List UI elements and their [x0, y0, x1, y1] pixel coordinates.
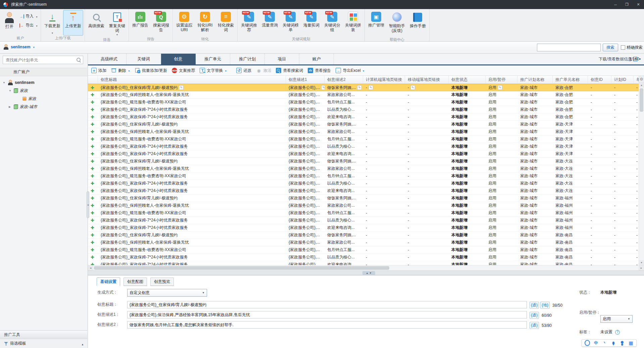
add-row-icon[interactable]: ✚ [91, 166, 94, 171]
filter-template-item[interactable]: 筛选模板 ▲ [0, 339, 87, 348]
table-row[interactable]: ✚ {家政服务公司}_保姆照顾老人-住家保姆-退换无忧 {家政服务公司},...… [88, 202, 639, 209]
toolbar-button[interactable]: 文字替换 [200, 68, 227, 73]
toolbar-button[interactable]: 查看报告 [308, 68, 331, 73]
scroll-down-arrow[interactable]: ▼ [639, 260, 644, 265]
add-row-icon[interactable]: ✚ [91, 255, 94, 259]
toolbar-button[interactable]: 激活 [256, 68, 271, 73]
add-row-icon[interactable]: ✚ [91, 130, 94, 134]
table-row[interactable]: ✚ {家政服务公司}_规范服务-收费透明-XX家政公司 {家政服务公司},...… [88, 136, 639, 143]
edit-icon[interactable] [368, 85, 373, 90]
add-row-icon[interactable]: ✚ [91, 189, 94, 193]
expander-icon[interactable]: ▶ [9, 105, 12, 108]
table-row[interactable]: ✚ {家政服务公司}_规范服务-收费透明-XX家政公司 {家政服务公司},...… [88, 246, 639, 254]
ribbon-button[interactable]: 智能助手(反馈) [387, 10, 407, 37]
add-row-icon[interactable]: ✚ [91, 152, 94, 156]
close-button[interactable]: ✕ [633, 0, 644, 9]
object-tab[interactable]: 推广计划 [230, 54, 265, 64]
add-row-icon[interactable]: ✚ [91, 262, 94, 265]
table-row[interactable]: ✚ {家政服务公司}_住家保姆/育儿嫂/-极速预约 {家政服务公司},... 做… [88, 195, 639, 202]
add-row-icon[interactable]: ✚ [91, 115, 94, 119]
column-header[interactable]: 计算机端落地页链接 [363, 76, 405, 84]
expander-icon[interactable]: ▼ [3, 81, 6, 84]
table-row[interactable]: ✚ {家政服务公司}_保姆照顾老人-住家保姆-退换无忧 {家政服务公司},...… [88, 128, 639, 136]
toolbar-button[interactable]: 删除 [111, 68, 130, 73]
add-row-icon[interactable]: ✚ [91, 174, 94, 178]
column-settings-gear-icon[interactable]: ⚙ [639, 76, 644, 83]
column-header[interactable]: 创意描述1 [286, 76, 325, 84]
promotion-tools-header[interactable]: 推广工具 [0, 330, 87, 339]
table-row[interactable]: ✚ {家政服务公司}_家政保姆-7*24小时优质家政服务 {家政服务公司},..… [88, 254, 639, 261]
scrollbar-thumb[interactable] [94, 266, 389, 270]
add-row-icon[interactable]: ✚ [91, 107, 94, 112]
table-row[interactable]: ✚ {家政服务公司}_家政保姆-7*24小时优质家政服务 {家政服务公司},..… [88, 106, 639, 113]
edit-icon[interactable] [179, 85, 184, 90]
scrollbar-thumb[interactable] [640, 88, 643, 112]
ime-icon[interactable] [611, 340, 616, 346]
object-tab[interactable]: 关键词 [127, 54, 161, 64]
table-row[interactable]: ✚ {家政服务公司}_规范服务-收费透明-XX家政公司 {家政服务公司},...… [88, 172, 639, 180]
table-row[interactable]: ✚ {家政服务公司}_家政保姆-7*24小时优质家政服务 {家政服务公司},..… [88, 217, 639, 224]
table-row[interactable]: ✚ {家政服务公司}_住家保姆/育儿嫂/-极速预约 {家政服务公司},... 做… [88, 121, 639, 128]
table-row[interactable]: ✚ {家政服务公司}_规范服务-收费透明-XX家政公司 {家政服务公司},...… [88, 99, 639, 106]
table-row[interactable]: ✚ {家政服务公司}_家政保姆-7*24小时优质家政服务 {家政服务公司},..… [88, 261, 639, 265]
table-row[interactable]: ✚ {家政服务公司}_家政保姆-7*24小时优质家政服务 {家政服务公司},..… [88, 143, 639, 150]
ribbon-button[interactable]: 转化URI解析 [195, 10, 215, 37]
add-row-icon[interactable]: ✚ [91, 196, 94, 200]
ribbon-button[interactable]: 设置追踪URI [174, 10, 194, 37]
gen-mode-dropdown[interactable]: 自定义创意▼ [127, 289, 207, 297]
column-header[interactable]: 创意ID [588, 76, 611, 84]
ribbon-button[interactable]: 推广管理 [366, 10, 386, 37]
add-row-icon[interactable]: ✚ [91, 137, 94, 141]
horizontal-scrollbar[interactable]: ◄ ► [88, 265, 644, 270]
export-button[interactable]: 导出 [18, 22, 39, 29]
toolbar-button[interactable]: NEW 文案推荐 [172, 68, 195, 73]
column-header[interactable]: 计划ID [611, 76, 634, 84]
global-search-input[interactable] [537, 44, 601, 51]
ribbon-button[interactable]: NEW 海量拓词 [301, 10, 321, 37]
maximize-button[interactable]: ❐ [621, 0, 633, 9]
detail-tab[interactable]: 创意配图 [123, 278, 147, 286]
splitter-toggle-button[interactable]: ▲▼ [362, 271, 375, 275]
add-row-icon[interactable]: ✚ [91, 86, 94, 90]
expander-icon[interactable]: ▼ [9, 89, 12, 92]
region-wildcard-button[interactable]: {地} [540, 302, 550, 309]
ribbon-button[interactable]: NEW 关键词分组 [322, 10, 342, 37]
ime-icon[interactable] [620, 340, 625, 346]
panel-splitter[interactable]: ▲▼ [88, 270, 644, 275]
toolbar-button[interactable]: 查看搜索词 [276, 68, 303, 73]
vertical-scrollbar[interactable]: ⚙ ▲ ▼ [639, 76, 644, 265]
import-button[interactable]: 导入 [18, 13, 39, 20]
ribbon-button[interactable]: 关键词拼装 [343, 10, 363, 37]
wildcard-button[interactable]: {通} [530, 322, 539, 329]
table-row[interactable]: ✚ {家政服务公司}_家政保姆-7*24小时优质家政服务 {家政服务公司},..… [88, 113, 639, 121]
column-header[interactable]: 推广单元名称 [553, 76, 588, 84]
add-row-icon[interactable]: ✚ [91, 144, 94, 149]
table-row[interactable]: ✚ {家政服务公司}_家政保姆-7*24小时优质家政服务 {家政服务公司},..… [88, 150, 639, 158]
toolbar-button[interactable]: 添加 [91, 68, 106, 73]
table-row[interactable]: ✚ {家政服务公司}_住家保姆/育儿嫂/-极速预约 {家政服务公司},... 做… [88, 232, 639, 239]
creative-title-input[interactable] [127, 301, 527, 308]
add-row-icon[interactable]: ✚ [91, 233, 94, 237]
edit-icon[interactable] [321, 85, 325, 90]
add-row-icon[interactable]: ✚ [91, 240, 94, 245]
table-row[interactable]: ✚ {家政服务公司}_家政保姆-7*24小时优质家政服务 {家政服务公司},..… [88, 224, 639, 232]
table-row[interactable]: ✚ {家政服务公司}_保姆照顾老人-住家保姆-退换无忧 {家政服务公司},...… [88, 165, 639, 172]
column-header[interactable]: 启用/暂停 [486, 76, 517, 84]
ime-icon[interactable] [585, 340, 590, 346]
ime-icon[interactable] [628, 340, 634, 346]
add-row-icon[interactable]: ✚ [91, 211, 94, 215]
sidebar-splitter[interactable]: ◄ [87, 191, 89, 218]
add-row-icon[interactable]: ✚ [91, 218, 94, 222]
account-switcher[interactable]: senlinsem [3, 44, 35, 50]
precise-search-checkbox[interactable] [621, 45, 625, 50]
column-header[interactable]: 推广计划名称 [517, 76, 553, 84]
table-row[interactable]: ✚ {家政服务公司}_家政保姆-7*24小时优质家政服务 {家政服务公司},..… [88, 187, 639, 195]
add-row-icon[interactable]: ✚ [91, 181, 94, 186]
table-row[interactable]: ✚ {家政服务公司}_保姆照顾老人-住家保姆-退换无忧 {家政服务公司},...… [88, 91, 639, 99]
edit-icon[interactable] [498, 85, 502, 90]
scroll-up-arrow[interactable]: ▲ [639, 83, 644, 88]
object-tab[interactable]: 高级样式 [92, 54, 127, 64]
tree-node[interactable]: 家政 [0, 95, 87, 103]
add-row-icon[interactable]: ✚ [91, 93, 94, 97]
toolbar-button[interactable]: 批量添加/更新 [135, 68, 167, 73]
